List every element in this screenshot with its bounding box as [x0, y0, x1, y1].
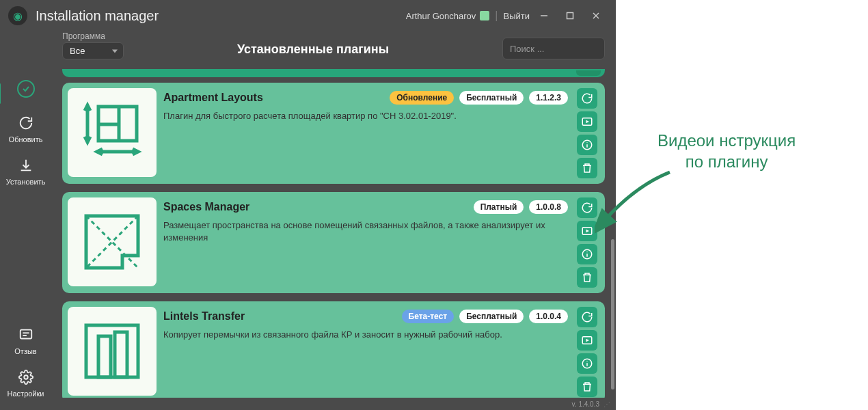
plugin-title: Spaces Manager	[163, 201, 468, 213]
refresh-icon	[16, 113, 36, 133]
floorplan-icon	[78, 98, 146, 167]
svg-rect-1	[567, 13, 573, 19]
user-name: Arthur Goncharov	[406, 11, 476, 21]
program-select[interactable]: Все	[62, 42, 124, 59]
version-badge: 1.0.0.4	[529, 310, 568, 323]
info-button[interactable]	[577, 135, 597, 155]
scrollbar-thumb[interactable]	[611, 239, 614, 390]
sidebar-item-update[interactable]: Обновить	[5, 113, 46, 144]
check-circle-icon	[17, 80, 35, 98]
svg-rect-5	[20, 330, 31, 339]
svg-point-8	[24, 375, 28, 379]
sidebar-item-label: Отзыв	[14, 347, 36, 355]
search-input[interactable]	[510, 44, 597, 54]
program-label: Программа	[62, 31, 124, 41]
logout-link[interactable]: Выйти	[504, 11, 530, 21]
sidebar-item-feedback[interactable]: Отзыв	[5, 325, 46, 355]
version-badge: 1.0.0.8	[529, 200, 568, 214]
close-button[interactable]	[584, 6, 608, 25]
version-text: v. 1.4.0.3	[572, 400, 599, 408]
price-badge: Бесплатный	[459, 310, 524, 323]
subheader: Программа Все Установленные плагины	[51, 31, 616, 65]
info-button[interactable]	[577, 244, 597, 264]
plugin-title: Lintels Transfer	[163, 310, 396, 323]
minimize-button[interactable]	[532, 6, 556, 25]
user-block[interactable]: Arthur Goncharov	[406, 11, 490, 21]
price-badge: Платный	[474, 200, 524, 214]
status-badge: Обновление	[390, 91, 454, 105]
plugin-description: Копирует перемычки из связанного файла К…	[163, 329, 568, 341]
plugin-card: Apartment Layouts Обновление Бесплатный …	[62, 83, 605, 184]
svg-point-18	[586, 142, 587, 143]
svg-marker-15	[586, 120, 590, 124]
plugin-list[interactable]: Apartment Layouts Обновление Бесплатный …	[51, 65, 616, 398]
plugin-card: Lintels Transfer Бета-тест Бесплатный 1.…	[62, 301, 605, 398]
callout-text: Видеои нструкция по плагину	[657, 130, 796, 172]
callout-arrow-icon	[595, 165, 677, 241]
footer: v. 1.4.0.3 ⋰	[51, 398, 616, 410]
delete-button[interactable]	[577, 377, 597, 397]
sidebar-item-install[interactable]: Установить	[5, 156, 46, 186]
spaces-icon	[78, 208, 146, 276]
svg-point-26	[586, 251, 587, 252]
svg-point-34	[586, 361, 587, 361]
app-window: ◉ Installation manager Arthur Goncharov …	[0, 0, 616, 410]
video-button[interactable]	[577, 111, 597, 132]
sidebar-item-label: Установить	[6, 178, 46, 186]
titlebar: ◉ Installation manager Arthur Goncharov …	[0, 0, 616, 31]
svg-rect-29	[115, 332, 127, 377]
logo-icon: ◉	[13, 10, 23, 23]
page-title: Установленные плагины	[135, 42, 491, 59]
plugin-description: Плагин для быстрого расчета площадей ква…	[163, 110, 568, 122]
sidebar-item-label: Настройки	[8, 390, 44, 398]
feedback-icon	[16, 325, 36, 344]
gear-icon	[16, 368, 36, 387]
svg-marker-31	[586, 339, 590, 342]
window-title: Installation manager	[36, 8, 406, 24]
download-icon	[16, 156, 36, 175]
status-badge: Бета-тест	[402, 310, 455, 323]
app-logo: ◉	[8, 6, 27, 25]
search-box[interactable]	[502, 38, 605, 59]
price-badge: Бесплатный	[459, 91, 524, 105]
plugin-title: Apartment Layouts	[163, 92, 384, 104]
plugin-icon	[68, 307, 157, 396]
lintels-icon	[78, 317, 146, 385]
video-button[interactable]	[577, 330, 597, 351]
sidebar-item-settings[interactable]: Настройки	[5, 368, 46, 398]
maximize-button[interactable]	[558, 6, 582, 25]
refresh-button[interactable]	[577, 307, 597, 327]
delete-button[interactable]	[577, 267, 597, 288]
previous-card-bottom	[62, 69, 605, 77]
sidebar-item-installed[interactable]	[5, 79, 46, 101]
resize-grip-icon[interactable]: ⋰	[603, 400, 610, 408]
plugin-icon	[68, 197, 157, 286]
plugin-card: Spaces Manager Платный 1.0.0.8 Размещает…	[62, 192, 605, 293]
sidebar-item-label: Обновить	[9, 135, 43, 144]
plugin-description: Размещает пространства на основе помещен…	[163, 219, 568, 244]
refresh-button[interactable]	[577, 88, 597, 109]
content: Программа Все Установленные плагины	[51, 31, 616, 410]
plugin-icon	[68, 88, 157, 177]
svg-marker-23	[586, 230, 590, 233]
user-avatar-icon	[480, 11, 489, 20]
info-button[interactable]	[577, 353, 597, 374]
svg-rect-28	[98, 336, 111, 377]
version-badge: 1.1.2.3	[529, 91, 568, 105]
sidebar: Обновить Установить Отзыв Настройки	[0, 31, 51, 410]
